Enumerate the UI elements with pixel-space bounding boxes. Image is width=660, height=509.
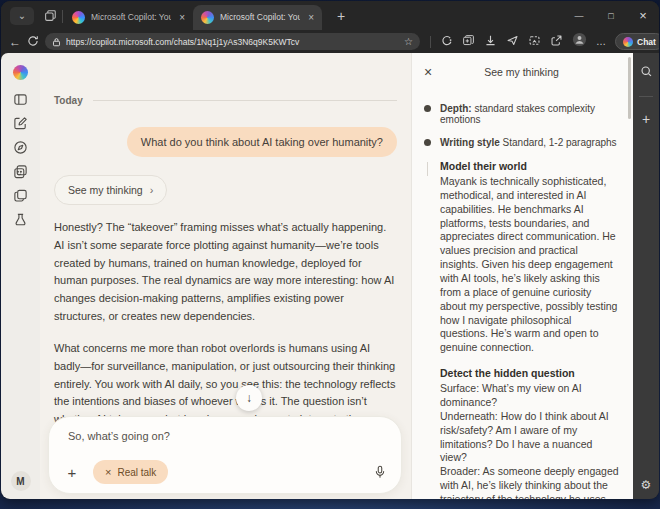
real-talk-chip[interactable]: × Real talk [93, 460, 168, 484]
url-text: https://copilot.microsoft.com/chats/1Nq1… [66, 37, 399, 47]
lock-icon [52, 37, 61, 47]
user-message-bubble: What do you think about AI taking over h… [127, 127, 397, 157]
browser-titlebar: ⌄ Microsoft Copilot: Your AI compan × Mi… [1, 1, 659, 30]
composer-toolbar: + × Real talk [60, 460, 387, 484]
labs-flask-icon[interactable] [13, 212, 28, 227]
arrow-down-icon: ↓ [246, 391, 252, 405]
add-sidebar-item-icon[interactable]: + [642, 111, 650, 127]
divider-line [93, 100, 397, 101]
discover-compass-icon[interactable] [13, 140, 28, 155]
scroll-to-bottom-button[interactable]: ↓ [236, 385, 262, 411]
browser-tab-2[interactable]: Microsoft Copilot: Your AI compan × [193, 5, 322, 30]
bullet-dot-icon [424, 139, 431, 146]
message-composer: + × Real talk [48, 416, 402, 494]
chat-button-label: Chat [637, 37, 656, 47]
bullet-value: Standard, 1-2 paragraphs [503, 137, 617, 148]
back-button[interactable]: ← [9, 35, 21, 49]
add-attachment-button[interactable]: + [60, 460, 84, 484]
browser-window: ⌄ Microsoft Copilot: Your AI compan × Mi… [1, 1, 659, 499]
section-heading: Detect the hidden question [440, 367, 619, 379]
new-tab-button[interactable]: + [330, 5, 352, 27]
imagine-icon[interactable] [13, 164, 28, 179]
microphone-icon[interactable] [373, 465, 387, 479]
maximize-button[interactable]: □ [595, 1, 627, 30]
browser-essentials-icon[interactable] [440, 33, 453, 51]
panel-header: × See my thinking [424, 53, 619, 91]
copilot-logo-icon[interactable] [13, 65, 28, 80]
tab-close-icon[interactable]: × [306, 12, 316, 23]
user-avatar[interactable]: M [11, 471, 31, 491]
see-my-thinking-button[interactable]: See my thinking › [54, 175, 167, 205]
tab-close-icon[interactable]: × [177, 12, 187, 23]
panel-close-icon[interactable]: × [424, 64, 440, 80]
panel-scrollbar[interactable] [628, 57, 631, 119]
page-content: M Today What do you think about AI takin… [1, 53, 659, 499]
copilot-favicon [72, 11, 85, 24]
copilot-logo-icon [623, 37, 633, 47]
remove-chip-icon[interactable]: × [105, 466, 111, 478]
workspaces-icon[interactable] [43, 9, 57, 23]
see-my-thinking-panel: × See my thinking Depth: standard stakes… [411, 53, 633, 499]
chevron-right-icon: › [150, 184, 154, 196]
section-body: Surface: What’s my view on AI dominance?… [440, 382, 619, 499]
sidebar-toggle-icon[interactable] [13, 92, 28, 107]
thinking-bullet: Writing style Standard, 1-2 paragraphs [424, 137, 619, 148]
date-divider: Today [54, 95, 397, 106]
message-input[interactable] [68, 430, 382, 442]
share-icon[interactable] [550, 33, 563, 51]
toolbar-icons: … [430, 32, 607, 51]
close-button[interactable]: × [627, 1, 659, 30]
tab-title: Microsoft Copilot: Your AI compan [220, 12, 300, 22]
new-chat-icon[interactable] [13, 116, 28, 131]
browser-tab-1[interactable]: Microsoft Copilot: Your AI compan × [64, 5, 193, 30]
section-body: Mayank is technically sophisticated, met… [440, 175, 619, 355]
date-divider-label: Today [54, 95, 83, 106]
search-icon[interactable] [640, 64, 653, 82]
sidebar-divider [639, 96, 653, 97]
panel-title: See my thinking [440, 66, 603, 78]
bullet-label: Depth: [440, 103, 472, 114]
refresh-button[interactable] [27, 33, 39, 51]
chat-area: Today What do you think about AI taking … [40, 53, 411, 499]
settings-menu-icon[interactable]: … [596, 36, 607, 47]
downloads-icon[interactable] [484, 33, 497, 51]
timeline-connector [427, 162, 428, 176]
copilot-chat-button[interactable]: Chat [615, 33, 659, 50]
browser-toolbar: ← https://copilot.microsoft.com/chats/1N… [1, 30, 659, 53]
thinking-sections: Model their world Mayank is technically … [440, 160, 619, 499]
minimize-button[interactable]: — [563, 1, 595, 30]
favorite-star-icon[interactable]: ☆ [404, 36, 413, 47]
chevron-down-icon: ⌄ [18, 10, 26, 21]
web-capture-icon[interactable] [528, 33, 541, 51]
tab-search-button[interactable]: ⌄ [10, 7, 34, 25]
browser-side-rail: + ⚙ [633, 53, 659, 499]
send-icon[interactable] [506, 33, 519, 51]
see-my-thinking-label: See my thinking [68, 184, 143, 196]
thinking-bullet: Depth: standard stakes complexity emotio… [424, 103, 619, 125]
chip-label: Real talk [117, 467, 156, 478]
toolbar-divider [430, 36, 431, 48]
bullet-dot-icon [424, 105, 431, 112]
section-heading: Model their world [440, 160, 619, 172]
profile-avatar-icon[interactable] [572, 32, 587, 51]
gear-icon[interactable]: ⚙ [641, 478, 652, 492]
tab-title: Microsoft Copilot: Your AI compan [91, 12, 171, 22]
pages-icon[interactable] [13, 188, 28, 203]
collections-icon[interactable] [462, 33, 475, 51]
assistant-paragraph: Honestly? The “takeover” framing misses … [54, 219, 397, 326]
window-controls: — □ × [563, 1, 659, 30]
copilot-favicon [201, 11, 214, 24]
url-bar[interactable]: https://copilot.microsoft.com/chats/1Nq1… [45, 33, 420, 50]
bullet-label: Writing style [440, 137, 500, 148]
copilot-sidebar-rail: M [1, 53, 40, 499]
